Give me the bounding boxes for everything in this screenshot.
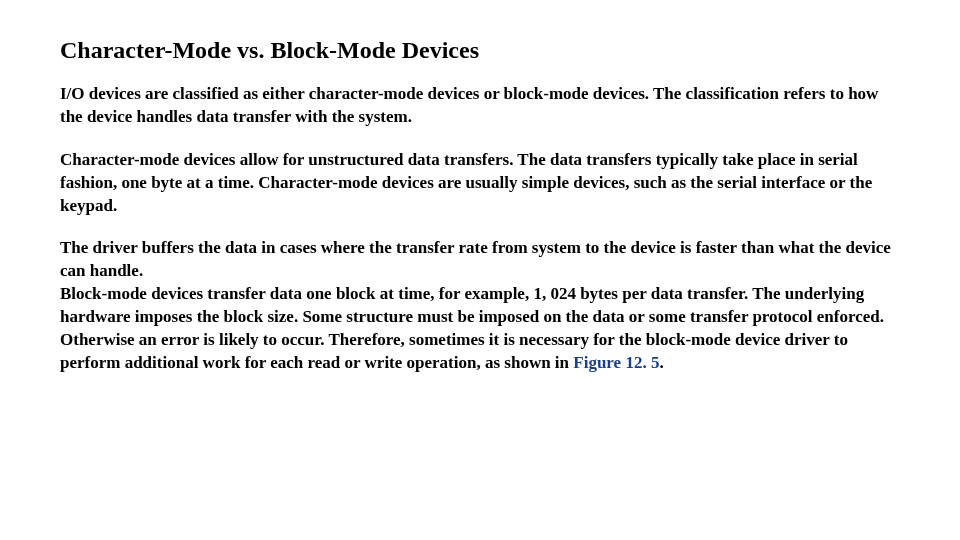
document-page: Character-Mode vs. Block-Mode Devices I/…: [0, 0, 960, 375]
paragraph-character-mode: Character-mode devices allow for unstruc…: [60, 149, 900, 218]
paragraph-line-otherwise-post: .: [659, 353, 663, 372]
section-heading: Character-Mode vs. Block-Mode Devices: [60, 36, 900, 65]
paragraph-line-otherwise-pre: Otherwise an error is likely to occur. T…: [60, 330, 848, 372]
paragraph-line-buffer: The driver buffers the data in cases whe…: [60, 238, 891, 280]
paragraph-line-block: Block-mode devices transfer data one blo…: [60, 284, 884, 326]
paragraph-intro: I/O devices are classified as either cha…: [60, 83, 900, 129]
paragraph-block-mode: The driver buffers the data in cases whe…: [60, 237, 900, 375]
figure-link[interactable]: Figure 12. 5: [573, 353, 659, 372]
